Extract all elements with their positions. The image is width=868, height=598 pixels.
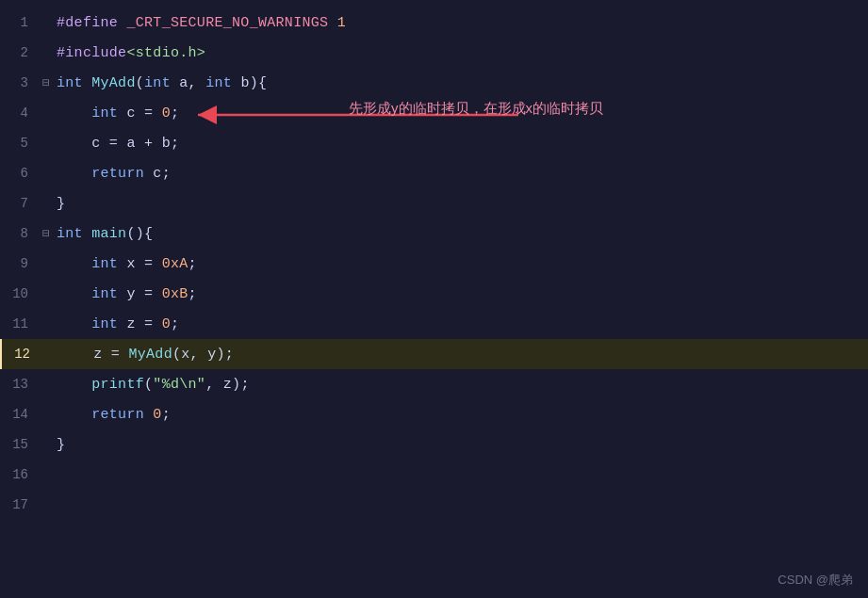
line-number-8: 8 xyxy=(0,226,40,241)
code-line-17: 17 xyxy=(0,490,868,520)
line-number-15: 15 xyxy=(0,437,40,452)
code-editor: 1 #define _CRT_SECURE_NO_WARNINGS 1 2 #i… xyxy=(0,0,868,598)
line-content-6: return c; xyxy=(53,166,171,182)
line-number-4: 4 xyxy=(0,105,40,121)
line-content-5: c = a + b; xyxy=(53,136,179,152)
line-number-14: 14 xyxy=(0,407,40,422)
line-number-16: 16 xyxy=(0,467,40,482)
code-line-6: 6 return c; xyxy=(0,158,868,188)
line-content-1: #define _CRT_SECURE_NO_WARNINGS 1 xyxy=(53,15,346,31)
line-content-4: int c = 0; xyxy=(53,105,179,121)
code-line-15: 15 } xyxy=(0,429,868,460)
code-line-8: 8 ⊟ int main(){ xyxy=(0,218,868,249)
line-number-10: 10 xyxy=(0,286,40,301)
line-content-14: return 0; xyxy=(53,407,171,423)
code-line-3: 3 ⊟ int MyAdd(int a, int b){ xyxy=(0,68,868,98)
line-content-8: int main(){ xyxy=(53,226,153,242)
code-line-16: 16 xyxy=(0,460,868,490)
line-content-9: int x = 0xA; xyxy=(53,256,197,272)
line-content-11: int z = 0; xyxy=(53,316,179,332)
code-line-4: 4 int c = 0; 先形成y的临时拷贝，在形成x的临时拷贝 xyxy=(0,98,868,128)
line-number-2: 2 xyxy=(0,45,40,60)
line-number-7: 7 xyxy=(0,196,40,211)
line-number-17: 17 xyxy=(0,497,40,512)
code-line-11: 11 int z = 0; xyxy=(0,309,868,339)
line-content-12: z = MyAdd(x, y); xyxy=(55,347,234,363)
line-content-7: } xyxy=(53,196,65,212)
line-number-5: 5 xyxy=(0,136,40,151)
line-number-13: 13 xyxy=(0,377,40,392)
line-number-3: 3 xyxy=(0,75,40,90)
annotation-text: 先形成y的临时拷贝，在形成x的临时拷贝 xyxy=(349,100,603,118)
code-line-12: 12 z = MyAdd(x, y); xyxy=(0,339,868,369)
line-number-11: 11 xyxy=(0,316,40,331)
code-line-13: 13 printf("%d\n", z); xyxy=(0,369,868,399)
code-line-14: 14 return 0; xyxy=(0,399,868,429)
code-line-1: 1 #define _CRT_SECURE_NO_WARNINGS 1 xyxy=(0,8,868,38)
line-content-15: } xyxy=(53,437,65,453)
line-content-13: printf("%d\n", z); xyxy=(53,377,250,393)
line-number-6: 6 xyxy=(0,166,40,181)
line-number-9: 9 xyxy=(0,256,40,271)
line-content-3: int MyAdd(int a, int b){ xyxy=(53,75,267,91)
line-content-2: #include<stdio.h> xyxy=(53,45,205,61)
code-line-10: 10 int y = 0xB; xyxy=(0,279,868,309)
line-number-1: 1 xyxy=(0,15,40,30)
code-line-5: 5 c = a + b; xyxy=(0,128,868,158)
code-line-7: 7 } xyxy=(0,188,868,218)
line-content-10: int y = 0xB; xyxy=(53,286,197,302)
code-line-9: 9 int x = 0xA; xyxy=(0,249,868,279)
code-line-2: 2 #include<stdio.h> xyxy=(0,38,868,68)
watermark: CSDN @爬弟 xyxy=(778,572,853,589)
line-number-12: 12 xyxy=(2,347,41,362)
